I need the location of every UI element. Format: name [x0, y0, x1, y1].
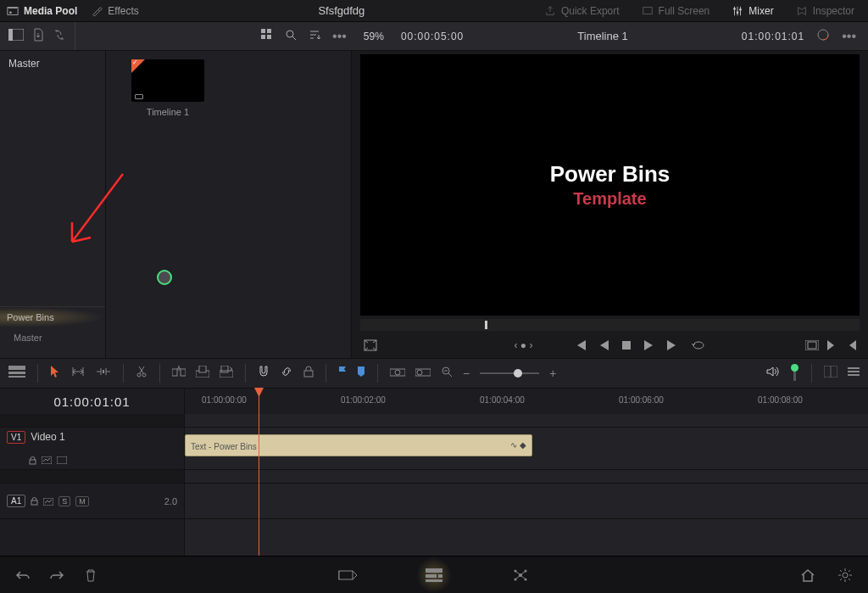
- viewer-scrubber[interactable]: [360, 319, 860, 331]
- record-timecode[interactable]: 01:00:01:01: [742, 31, 804, 42]
- power-bins-master[interactable]: Master: [0, 327, 105, 348]
- bypass-color-icon[interactable]: [816, 28, 830, 45]
- mute-icon[interactable]: [766, 366, 780, 381]
- insert-clip-icon[interactable]: [172, 366, 186, 381]
- timeline-view-icon[interactable]: [8, 366, 25, 381]
- import-icon[interactable]: [32, 28, 44, 45]
- more-icon[interactable]: •••: [332, 29, 347, 44]
- snap-icon[interactable]: [258, 365, 270, 382]
- mixer-button[interactable]: Mixer: [725, 5, 780, 17]
- match-frame-icon[interactable]: [805, 340, 819, 350]
- list-view-icon[interactable]: [848, 366, 860, 381]
- lock-icon[interactable]: [303, 366, 314, 381]
- redo-icon[interactable]: [47, 566, 66, 585]
- cut-page-icon[interactable]: [338, 566, 357, 585]
- prev-frame-icon[interactable]: [600, 340, 609, 350]
- source-timecode[interactable]: 00:00:05:00: [401, 31, 464, 42]
- link-icon[interactable]: [280, 365, 293, 382]
- master-bin[interactable]: Master: [0, 51, 105, 76]
- loop-icon[interactable]: [692, 339, 705, 351]
- track-auto-icon[interactable]: [42, 456, 52, 467]
- ruler-tick-label: 01:00:02:00: [341, 395, 386, 405]
- jog-back-icon[interactable]: ‹ ● ›: [515, 339, 533, 351]
- full-screen-button[interactable]: Full Screen: [635, 5, 717, 17]
- overwrite-clip-icon[interactable]: [196, 366, 209, 381]
- timeline-name[interactable]: Timeline 1: [476, 30, 729, 42]
- track-curve-icon[interactable]: [43, 494, 53, 509]
- replace-clip-icon[interactable]: [220, 366, 233, 381]
- zoom-custom-icon[interactable]: [441, 366, 453, 381]
- volume-slider[interactable]: [793, 366, 796, 381]
- svg-point-4: [737, 11, 739, 14]
- go-next-icon[interactable]: [827, 340, 837, 350]
- svg-rect-27: [199, 366, 206, 372]
- video-track-1[interactable]: V1 Video 1 Text - Power Bins ∿ ◆: [0, 428, 868, 470]
- playhead[interactable]: [259, 389, 259, 575]
- viewer-more-icon[interactable]: •••: [842, 29, 856, 44]
- marker-icon[interactable]: [357, 366, 365, 381]
- first-frame-icon[interactable]: [575, 340, 587, 350]
- layout-toggle-icon[interactable]: [8, 29, 24, 44]
- dual-view-icon[interactable]: [824, 366, 837, 381]
- undo-icon[interactable]: [14, 566, 32, 585]
- stop-icon[interactable]: [622, 341, 631, 350]
- media-pool-icon: [7, 5, 19, 17]
- track-tag[interactable]: A1: [7, 495, 25, 507]
- clip-fx-icon[interactable]: ∿ ◆: [510, 440, 526, 450]
- svg-point-34: [417, 370, 422, 375]
- media-pool-label: Media Pool: [24, 5, 77, 17]
- track-lock-icon[interactable]: [31, 494, 38, 509]
- trim-tool-icon[interactable]: [70, 366, 86, 381]
- media-pool-toggle[interactable]: Media Pool: [0, 0, 84, 21]
- solo-button[interactable]: S: [58, 496, 70, 506]
- track-disable-icon[interactable]: [57, 456, 67, 467]
- zoom-slider[interactable]: [480, 372, 539, 374]
- timeline-ruler[interactable]: 01:00:00:00 01:00:02:00 01:00:04:00 01:0…: [185, 389, 868, 414]
- transform-icon[interactable]: [364, 339, 377, 351]
- ruler-tick-label: 01:00:00:00: [202, 395, 247, 405]
- sort-icon[interactable]: [309, 29, 320, 44]
- go-prev-icon[interactable]: [846, 340, 856, 350]
- timeline-timecode[interactable]: 01:00:01:01: [0, 389, 185, 414]
- blade-tool-icon[interactable]: [136, 365, 147, 382]
- viewer-frame[interactable]: Power Bins Template: [360, 54, 860, 316]
- edit-page-icon[interactable]: [425, 566, 443, 585]
- zoom-minus-icon[interactable]: −: [463, 366, 470, 380]
- svg-rect-24: [172, 369, 177, 376]
- next-frame-icon[interactable]: [666, 340, 678, 350]
- media-panel[interactable]: ✓ Timeline 1: [106, 51, 352, 358]
- home-icon[interactable]: [798, 566, 817, 585]
- power-bins-header[interactable]: Power Bins: [0, 307, 105, 327]
- zoom-value[interactable]: 59%: [359, 31, 389, 42]
- track-lock-icon[interactable]: [29, 456, 36, 467]
- zoom-detail-icon[interactable]: [415, 366, 431, 381]
- mute-button[interactable]: M: [75, 496, 89, 506]
- track-tag[interactable]: V1: [7, 431, 25, 444]
- audio-track-1[interactable]: A1 S M 2.0: [0, 484, 868, 519]
- delete-icon[interactable]: [81, 566, 100, 585]
- svg-rect-8: [261, 29, 265, 33]
- search-icon[interactable]: [285, 29, 297, 44]
- zoom-full-icon[interactable]: [390, 366, 405, 381]
- fusion-page-icon[interactable]: [511, 566, 530, 585]
- svg-rect-7: [8, 29, 13, 41]
- svg-rect-10: [261, 35, 265, 39]
- full-screen-label: Full Screen: [659, 5, 710, 17]
- inspector-icon: [796, 5, 808, 17]
- flag-icon[interactable]: [338, 366, 347, 381]
- viewer-text-1: Power Bins: [550, 161, 670, 187]
- effects-toggle[interactable]: Effects: [84, 0, 145, 21]
- svg-point-3: [733, 8, 736, 10]
- dynamic-trim-icon[interactable]: [96, 366, 111, 381]
- selection-tool-icon[interactable]: [50, 365, 60, 382]
- timeline-clip[interactable]: Text - Power Bins ∿ ◆: [185, 434, 532, 456]
- inspector-button[interactable]: Inspector: [789, 5, 861, 17]
- zoom-plus-icon[interactable]: +: [549, 366, 556, 380]
- clip-thumbnail[interactable]: ✓ Timeline 1: [131, 59, 204, 117]
- thumbnail-view-icon[interactable]: [261, 29, 273, 44]
- sync-icon[interactable]: [53, 28, 66, 45]
- quick-export-button[interactable]: Quick Export: [537, 5, 626, 17]
- play-icon[interactable]: [644, 340, 653, 350]
- svg-rect-20: [8, 372, 25, 374]
- settings-icon[interactable]: [836, 566, 854, 585]
